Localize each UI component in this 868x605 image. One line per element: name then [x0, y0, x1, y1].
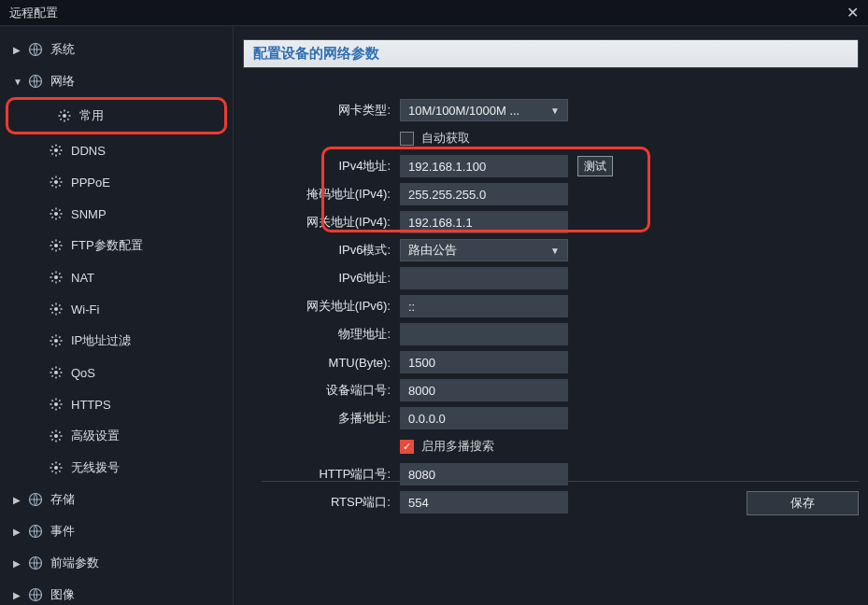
svg-point-4 — [54, 180, 58, 184]
svg-point-2 — [63, 114, 66, 118]
sidebar-item-label: IP地址过滤 — [71, 332, 131, 349]
sidebar-item-label: Wi-Fi — [71, 302, 99, 317]
main-panel: 配置设备的网络参数 网卡类型: 10M/100M/1000M ... ▼ 自动获… — [234, 26, 868, 605]
gear-icon — [49, 397, 64, 412]
sidebar-item-ddns[interactable]: DDNS — [0, 134, 233, 166]
chevron-down-icon: ▼ — [13, 77, 24, 87]
gear-icon — [49, 365, 64, 380]
svg-point-7 — [54, 275, 58, 279]
ipv6-gateway-label: 网关地址(IPv6): — [243, 298, 400, 315]
sidebar-item-label: 系统 — [50, 41, 75, 58]
ipv4-addr-input[interactable] — [400, 155, 568, 177]
sidebar-highlight: 常用 — [6, 97, 227, 134]
enable-multicast-checkbox[interactable]: ✓ — [400, 440, 414, 454]
gear-icon — [49, 429, 64, 443]
form-area: 网卡类型: 10M/100M/1000M ... ▼ 自动获取 IPv4地址: — [243, 96, 859, 516]
sidebar-item-label: NAT — [71, 271, 94, 285]
sidebar-item-label: 图像 — [50, 586, 75, 603]
mac-input[interactable] — [400, 323, 568, 345]
sidebar-item-nat[interactable]: NAT — [0, 261, 233, 293]
sidebar-item-snmp[interactable]: SNMP — [0, 198, 233, 230]
sidebar-item-qos[interactable]: QoS — [0, 357, 233, 388]
ipv6-addr-input[interactable] — [400, 267, 568, 289]
chevron-right-icon: ▶ — [13, 590, 24, 600]
sidebar-item-label: 事件 — [50, 523, 75, 540]
svg-point-6 — [54, 244, 58, 247]
device-port-input[interactable] — [400, 379, 568, 401]
sidebar-item-label: 高级设置 — [71, 428, 120, 444]
select-value: 路由公告 — [408, 242, 457, 259]
sidebar-item-label: 前端参数 — [50, 555, 99, 571]
multicast-input[interactable] — [400, 407, 568, 429]
mtu-label: MTU(Byte): — [243, 356, 400, 370]
sidebar-item-event[interactable]: ▶ 事件 — [0, 515, 233, 547]
select-value: 10M/100M/1000M ... — [408, 104, 519, 118]
svg-point-11 — [54, 402, 58, 406]
gateway-input[interactable] — [400, 211, 568, 233]
sidebar-item-https[interactable]: HTTPS — [0, 388, 233, 420]
mask-input[interactable] — [400, 183, 568, 205]
svg-point-12 — [54, 434, 58, 438]
enable-multicast-label: 启用多播搜索 — [421, 438, 494, 455]
sidebar-item-common[interactable]: 常用 — [8, 100, 224, 132]
close-icon[interactable]: ✕ — [847, 0, 859, 26]
auto-obtain-checkbox[interactable] — [400, 132, 414, 146]
sidebar-item-label: HTTPS — [71, 398, 111, 412]
sidebar-item-label: 存储 — [50, 491, 75, 508]
sidebar-item-pppoe[interactable]: PPPoE — [0, 166, 233, 198]
sidebar-item-ftp[interactable]: FTP参数配置 — [0, 230, 233, 261]
chevron-right-icon: ▶ — [13, 495, 24, 505]
sidebar-item-image[interactable]: ▶ 图像 — [0, 579, 233, 605]
gear-icon — [49, 206, 64, 221]
globe-icon — [28, 492, 43, 507]
titlebar: 远程配置 ✕ — [0, 0, 868, 26]
main-container: ▶ 系统 ▼ 网络 常用 DDNS PPPoE — [0, 26, 868, 605]
nic-type-label: 网卡类型: — [243, 102, 400, 119]
chevron-right-icon: ▶ — [13, 527, 24, 537]
window-title: 远程配置 — [9, 0, 58, 26]
sidebar-item-wireless-dial[interactable]: 无线拨号 — [0, 452, 233, 484]
sidebar-item-frontend[interactable]: ▶ 前端参数 — [0, 547, 233, 579]
device-port-label: 设备端口号: — [243, 382, 400, 399]
sidebar-item-ipfilter[interactable]: IP地址过滤 — [0, 325, 233, 357]
mac-label: 物理地址: — [243, 326, 400, 343]
gear-icon — [57, 108, 72, 123]
svg-point-8 — [54, 307, 58, 311]
sidebar-item-network[interactable]: ▼ 网络 — [0, 65, 233, 97]
svg-point-13 — [54, 466, 58, 470]
gear-icon — [49, 143, 64, 158]
chevron-down-icon: ▼ — [550, 246, 560, 256]
sidebar-item-storage[interactable]: ▶ 存储 — [0, 484, 233, 515]
globe-icon — [28, 42, 43, 57]
sidebar: ▶ 系统 ▼ 网络 常用 DDNS PPPoE — [0, 26, 234, 605]
globe-icon — [28, 524, 43, 539]
multicast-label: 多播地址: — [243, 410, 400, 427]
sidebar-item-system[interactable]: ▶ 系统 — [0, 34, 233, 65]
auto-obtain-label: 自动获取 — [421, 130, 470, 147]
chevron-right-icon: ▶ — [13, 558, 24, 569]
sidebar-item-advanced[interactable]: 高级设置 — [0, 420, 233, 452]
save-button[interactable]: 保存 — [747, 491, 859, 515]
sidebar-item-label: DDNS — [71, 144, 106, 158]
test-button[interactable]: 测试 — [577, 156, 613, 176]
globe-icon — [28, 556, 43, 570]
gear-icon — [49, 175, 64, 190]
sidebar-item-wifi[interactable]: Wi-Fi — [0, 293, 233, 325]
sidebar-item-label: 常用 — [79, 107, 104, 124]
ipv4-addr-label: IPv4地址: — [243, 158, 400, 175]
sidebar-item-label: SNMP — [71, 207, 107, 221]
ipv6-addr-label: IPv6地址: — [243, 270, 400, 287]
ipv6-mode-select[interactable]: 路由公告 ▼ — [400, 239, 568, 261]
ipv6-mode-label: IPv6模式: — [243, 242, 400, 259]
sidebar-item-label: QoS — [71, 366, 95, 380]
nic-type-select[interactable]: 10M/100M/1000M ... ▼ — [400, 99, 568, 121]
sidebar-item-label: PPPoE — [71, 176, 110, 190]
gear-icon — [49, 333, 64, 348]
ipv6-gateway-input[interactable] — [400, 295, 568, 317]
chevron-right-icon: ▶ — [13, 45, 24, 55]
gear-icon — [49, 302, 64, 317]
globe-icon — [28, 587, 43, 602]
gear-icon — [49, 238, 64, 253]
svg-point-5 — [54, 212, 58, 216]
mtu-input[interactable] — [400, 351, 568, 373]
